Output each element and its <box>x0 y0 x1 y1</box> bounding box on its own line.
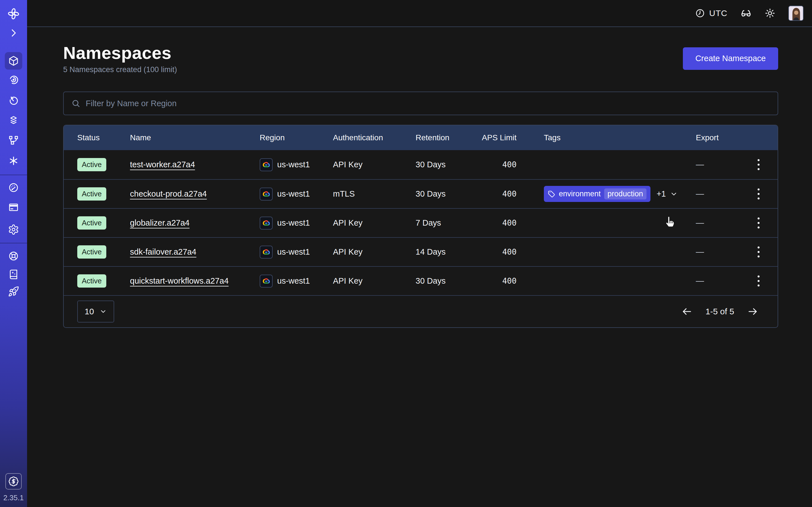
actions-cell <box>738 156 778 173</box>
sidebar-divider <box>0 243 27 243</box>
docs-book-icon[interactable] <box>8 269 19 280</box>
chevron-down-icon <box>100 308 107 315</box>
previous-page-button[interactable] <box>681 306 693 317</box>
authentication-cell: mTLS <box>333 189 416 199</box>
aps-limit-cell: 400 <box>480 189 544 199</box>
actions-cell <box>738 244 778 260</box>
row-menu-button[interactable] <box>755 273 762 289</box>
status-cell: Active <box>77 187 130 201</box>
page-size-value: 10 <box>85 307 94 316</box>
create-namespace-button[interactable]: Create Namespace <box>683 47 778 70</box>
retention-cell: 30 Days <box>416 160 480 169</box>
aps-limit-cell: 400 <box>480 276 544 286</box>
status-badge: Active <box>77 158 106 171</box>
export-cell: — <box>696 189 738 199</box>
filter-input[interactable] <box>86 99 770 108</box>
table-body: Active test-worker.a27a4 us-west1 API Ke… <box>64 150 777 295</box>
row-menu-button[interactable] <box>755 244 762 260</box>
aps-limit-cell: 400 <box>480 247 544 257</box>
nexus-branch-icon[interactable] <box>8 135 19 146</box>
glasses-icon[interactable] <box>741 8 752 19</box>
export-cell: — <box>696 276 738 286</box>
region-cell: us-west1 <box>260 187 333 201</box>
table-footer: 10 1-5 of 5 <box>64 295 777 327</box>
namespace-link[interactable]: globalizer.a27a4 <box>130 218 190 228</box>
temporal-logo[interactable] <box>7 7 20 20</box>
row-menu-button[interactable] <box>755 156 762 173</box>
region-label: us-west1 <box>277 189 310 199</box>
authentication-cell: API Key <box>333 160 416 169</box>
batch-asterisk-icon[interactable] <box>8 155 19 166</box>
support-lifebuoy-icon[interactable] <box>8 250 19 262</box>
tags-cell: environment production +1 <box>544 186 696 202</box>
page-title: Namespaces <box>63 43 177 63</box>
plan-dollar-badge-icon[interactable] <box>5 473 22 490</box>
export-cell: — <box>696 247 738 257</box>
main-content: Namespaces 5 Namespaces created (100 lim… <box>27 27 812 328</box>
namespaces-table: Status Name Region Authentication Retent… <box>63 125 778 328</box>
page-size-select[interactable]: 10 <box>77 300 114 323</box>
table-header: Status Name Region Authentication Retent… <box>64 125 777 150</box>
google-cloud-icon <box>260 187 273 201</box>
table-row: Active quickstart-workflows.a27a4 us-wes… <box>64 266 777 295</box>
name-cell: test-worker.a27a4 <box>130 160 260 169</box>
name-cell: checkout-prod.a27a4 <box>130 189 260 199</box>
namespace-link[interactable]: quickstart-workflows.a27a4 <box>130 276 229 286</box>
chevron-down-icon <box>670 190 678 198</box>
column-header-aps-limit: APS Limit <box>480 133 544 142</box>
version-label: 2.35.1 <box>0 494 27 502</box>
avatar[interactable] <box>788 6 804 21</box>
sun-icon[interactable] <box>765 8 775 18</box>
tag-icon <box>548 190 555 198</box>
pagination-range-label: 1-5 of 5 <box>705 307 734 316</box>
sidebar: 2.35.1 <box>0 0 27 507</box>
deployments-layers-icon[interactable] <box>8 115 19 126</box>
next-page-button[interactable] <box>747 306 758 317</box>
namespace-link[interactable]: checkout-prod.a27a4 <box>130 189 207 199</box>
actions-cell <box>738 215 778 231</box>
namespace-link[interactable]: sdk-failover.a27a4 <box>130 247 196 257</box>
column-header-name: Name <box>130 133 260 142</box>
google-cloud-icon <box>260 217 273 230</box>
getting-started-rocket-icon[interactable] <box>8 286 19 297</box>
column-header-export: Export <box>696 133 738 142</box>
tag-value: production <box>604 188 647 200</box>
export-cell: — <box>696 218 738 228</box>
row-menu-button[interactable] <box>755 186 762 202</box>
timezone-label: UTC <box>709 8 727 18</box>
region-cell: us-west1 <box>260 217 333 230</box>
arrow-right-icon <box>747 306 758 317</box>
column-header-region: Region <box>260 133 333 142</box>
tags-group: environment production +1 <box>544 186 678 202</box>
column-header-retention: Retention <box>416 133 480 142</box>
settings-gear-icon[interactable] <box>8 224 19 235</box>
title-block: Namespaces 5 Namespaces created (100 lim… <box>63 43 177 74</box>
name-cell: quickstart-workflows.a27a4 <box>130 276 260 286</box>
namespace-link[interactable]: test-worker.a27a4 <box>130 160 195 169</box>
google-cloud-icon <box>260 245 273 259</box>
tags-expand-button[interactable] <box>670 190 678 198</box>
clock-icon <box>695 8 705 18</box>
retention-timer-icon[interactable] <box>8 95 19 107</box>
table-row: Active checkout-prod.a27a4 us-west1 mTLS… <box>64 179 777 208</box>
namespaces-cube-icon[interactable] <box>5 52 22 69</box>
region-cell: us-west1 <box>260 245 333 259</box>
billing-card-icon[interactable] <box>8 202 19 213</box>
expand-chevron-icon[interactable] <box>8 27 19 38</box>
retention-cell: 14 Days <box>416 247 480 257</box>
status-cell: Active <box>77 245 130 259</box>
region-cell: us-west1 <box>260 158 333 171</box>
column-header-status: Status <box>77 133 130 142</box>
filter-bar[interactable] <box>63 92 778 115</box>
row-menu-button[interactable] <box>755 215 762 231</box>
search-icon <box>71 99 81 108</box>
tag-pill[interactable]: environment production <box>544 186 651 202</box>
google-cloud-icon <box>260 275 273 288</box>
timezone-button[interactable]: UTC <box>695 8 727 18</box>
usage-gauge-icon[interactable] <box>8 182 19 193</box>
retention-cell: 7 Days <box>416 218 480 228</box>
table-row: Active test-worker.a27a4 us-west1 API Ke… <box>64 150 777 179</box>
status-cell: Active <box>77 158 130 171</box>
retention-cell: 30 Days <box>416 189 480 199</box>
workflows-rings-icon[interactable] <box>8 74 19 86</box>
